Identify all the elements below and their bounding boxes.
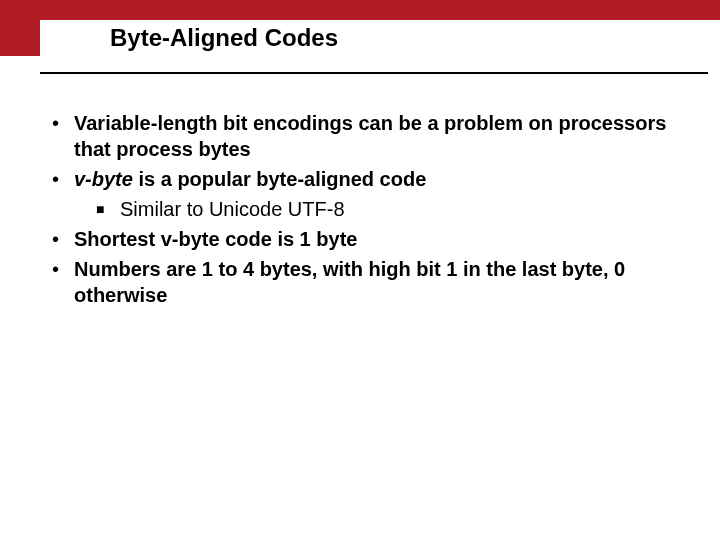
bullet-dot-icon: • [52,226,74,252]
slide-title: Byte-Aligned Codes [110,24,338,52]
bullet-dot-icon: • [52,110,74,136]
divider [40,72,708,74]
italic-term: v-byte [74,168,133,190]
header-notch [0,0,40,56]
bullet-dot-icon: • [52,256,74,282]
bullet-text: Shortest v-byte code is 1 byte [74,226,357,252]
bullet-text: v-byte is a popular byte-aligned code [74,166,426,192]
slide: Byte-Aligned Codes • Variable-length bit… [0,0,720,540]
bullet-item: • v-byte is a popular byte-aligned code [52,166,680,192]
bullet-text: Numbers are 1 to 4 bytes, with high bit … [74,256,680,308]
sub-bullet-text: Similar to Unicode UTF-8 [120,196,345,222]
bullet-text: Variable-length bit encodings can be a p… [74,110,680,162]
sub-bullet-item: ■ Similar to Unicode UTF-8 [96,196,680,222]
bullet-item: • Shortest v-byte code is 1 byte [52,226,680,252]
bullet-item: • Numbers are 1 to 4 bytes, with high bi… [52,256,680,308]
header-band [0,0,720,20]
bullet-square-icon: ■ [96,196,120,222]
bullet-text-rest: is a popular byte-aligned code [133,168,426,190]
bullet-dot-icon: • [52,166,74,192]
content-area: • Variable-length bit encodings can be a… [52,110,680,312]
bullet-item: • Variable-length bit encodings can be a… [52,110,680,162]
